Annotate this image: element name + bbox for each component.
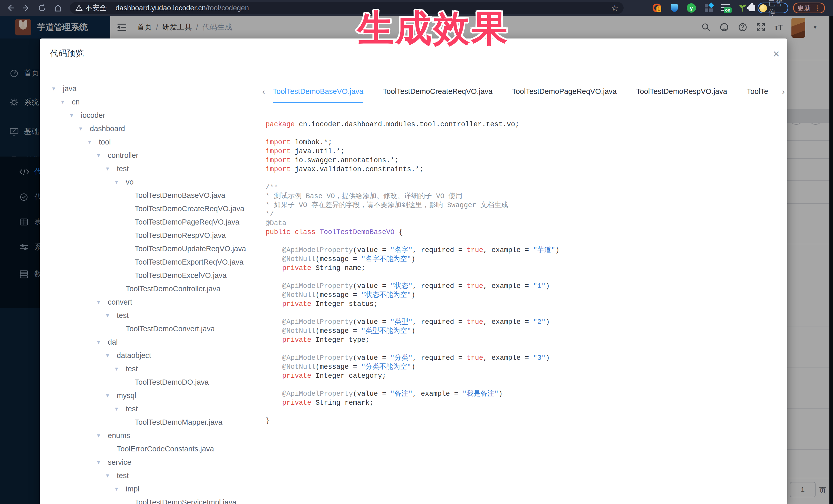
tree-node-label: service — [108, 458, 132, 466]
tree-file[interactable]: ToolTestDemoBaseVO.java — [50, 189, 260, 202]
file-tree: ▾java▾cn▾iocoder▾dashboard▾tool▾controll… — [50, 82, 260, 504]
tabs-scroll-right-icon[interactable]: › — [782, 79, 785, 103]
tree-file[interactable]: ToolTestDemoServiceImpl.java — [50, 496, 260, 504]
tree-expand-icon[interactable]: ▾ — [115, 178, 126, 186]
tree-expand-icon[interactable]: ▾ — [97, 152, 108, 159]
tree-file[interactable]: ToolTestDemoUpdateReqVO.java — [50, 242, 260, 255]
tree-expand-icon[interactable]: ▾ — [106, 392, 117, 399]
tree-expand-icon[interactable]: ▾ — [61, 98, 72, 105]
tree-folder[interactable]: ▾test — [50, 309, 260, 322]
extensions-puzzle-icon[interactable] — [746, 2, 758, 14]
tree-file[interactable]: ToolTestDemoExcelVO.java — [50, 269, 260, 282]
tree-folder[interactable]: ▾vo — [50, 175, 260, 189]
tree-expand-icon[interactable]: ▾ — [106, 352, 117, 359]
tree-file[interactable]: ToolTestDemoExportReqVO.java — [50, 255, 260, 269]
tree-folder[interactable]: ▾enums — [50, 429, 260, 442]
tree-folder[interactable]: ▾dataobject — [50, 349, 260, 362]
tree-folder[interactable]: ▾dashboard — [50, 122, 260, 135]
tree-node-label: dal — [108, 338, 118, 346]
url-host: dashboard.yudao.iocoder.cn — [116, 4, 206, 12]
tree-expand-icon[interactable]: ▾ — [97, 459, 108, 466]
chrome-update-button[interactable]: 更新 ⋮ — [793, 3, 825, 13]
extension-badge: on — [724, 7, 732, 13]
profile-avatar-icon — [759, 4, 767, 12]
tree-expand-icon[interactable]: ▾ — [88, 138, 99, 145]
tree-folder[interactable]: ▾java — [50, 82, 260, 95]
tree-expand-icon[interactable]: ▾ — [70, 112, 81, 119]
tree-node-label: ToolTestDemoRespVO.java — [135, 231, 226, 240]
close-icon[interactable]: × — [768, 46, 784, 62]
extension-grid-icon[interactable] — [703, 2, 714, 14]
reload-icon[interactable] — [37, 2, 48, 14]
extension-y-icon[interactable]: y — [686, 2, 697, 14]
forward-icon[interactable] — [21, 2, 32, 14]
tree-expand-icon[interactable]: ▾ — [115, 485, 126, 493]
warning-icon — [75, 4, 82, 11]
tree-folder[interactable]: ▾controller — [50, 149, 260, 162]
tree-folder[interactable]: ▾test — [50, 162, 260, 175]
annotation-text: 生成效果 — [357, 4, 509, 53]
tree-node-label: test — [117, 472, 129, 480]
tree-expand-icon[interactable]: ▾ — [106, 165, 117, 172]
site-security[interactable]: 不安全 — [70, 3, 107, 13]
tree-folder[interactable]: ▾dal — [50, 335, 260, 349]
tab-file[interactable]: ToolTestDemoBaseVO.java — [273, 79, 363, 103]
tree-expand-icon[interactable]: ▾ — [97, 432, 108, 439]
tree-node-label: ToolErrorCodeConstants.java — [117, 445, 214, 453]
tree-node-label: test — [126, 405, 138, 413]
extension-ubuntu-icon[interactable]: 1 — [651, 2, 663, 14]
tab-file[interactable]: ToolTe — [747, 79, 768, 103]
tree-file[interactable]: ToolTestDemoCreateReqVO.java — [50, 202, 260, 215]
tree-file[interactable]: ToolTestDemoMapper.java — [50, 415, 260, 429]
tree-node-label: mysql — [117, 391, 136, 400]
tree-expand-icon[interactable]: ▾ — [115, 365, 126, 373]
tree-expand-icon[interactable]: ▾ — [79, 125, 90, 132]
address-bar[interactable]: 不安全 dashboard.yudao.iocoder.cn/tool/code… — [70, 2, 624, 14]
tree-folder[interactable]: ▾tool — [50, 135, 260, 149]
profile-paused-chip[interactable]: 已暂停 — [758, 3, 788, 13]
tree-node-label: ToolTestDemoExcelVO.java — [135, 271, 227, 280]
tab-file[interactable]: ToolTestDemoRespVO.java — [636, 79, 727, 103]
omnibox-divider — [111, 4, 111, 11]
tab-file[interactable]: ToolTestDemoPageReqVO.java — [512, 79, 617, 103]
tree-node-label: ToolTestDemoConvert.java — [126, 325, 215, 333]
tree-node-label: controller — [108, 151, 138, 160]
tree-expand-icon[interactable]: ▾ — [115, 405, 126, 412]
tree-folder[interactable]: ▾impl — [50, 482, 260, 496]
browser-menu-icon[interactable]: ⋮ — [815, 6, 821, 9]
code-block: package cn.iocoder.dashboard.modules.too… — [266, 120, 560, 426]
tree-expand-icon[interactable]: ▾ — [106, 472, 117, 479]
tree-node-label: test — [126, 365, 138, 373]
tree-folder[interactable]: ▾iocoder — [50, 109, 260, 122]
tree-expand-icon[interactable]: ▾ — [52, 85, 63, 92]
tree-expand-icon[interactable]: ▾ — [97, 338, 108, 346]
security-label: 不安全 — [85, 3, 107, 13]
tree-node-label: ToolTestDemoPageReqVO.java — [135, 218, 239, 226]
tree-file[interactable]: ToolTestDemoRespVO.java — [50, 229, 260, 242]
tree-folder[interactable]: ▾service — [50, 456, 260, 469]
tree-file[interactable]: ToolErrorCodeConstants.java — [50, 442, 260, 456]
tree-expand-icon[interactable]: ▾ — [97, 298, 108, 306]
back-icon[interactable] — [5, 2, 16, 14]
tree-folder[interactable]: ▾mysql — [50, 389, 260, 402]
tabs-scroll-left-icon[interactable]: ‹ — [262, 79, 265, 103]
tree-folder[interactable]: ▾test — [50, 402, 260, 415]
tree-folder[interactable]: ▾convert — [50, 295, 260, 309]
tabs-bar: ‹ ToolTestDemoBaseVO.java ToolTestDemoCr… — [262, 79, 787, 103]
tree-node-label: ToolTestDemoDO.java — [135, 378, 209, 386]
home-icon[interactable] — [52, 2, 64, 14]
extension-gem-icon[interactable] — [669, 2, 680, 14]
tree-file[interactable]: ToolTestDemoDO.java — [50, 376, 260, 389]
tab-file[interactable]: ToolTestDemoCreateReqVO.java — [383, 79, 493, 103]
extension-list-icon[interactable]: on — [720, 2, 731, 14]
tree-file[interactable]: ToolTestDemoConvert.java — [50, 322, 260, 335]
tree-node-label: test — [117, 165, 129, 173]
tree-expand-icon[interactable]: ▾ — [106, 312, 117, 319]
bookmark-star-icon[interactable]: ☆ — [611, 3, 618, 13]
tree-folder[interactable]: ▾cn — [50, 95, 260, 109]
tree-file[interactable]: ToolTestDemoPageReqVO.java — [50, 215, 260, 229]
tree-file[interactable]: ToolTestDemoController.java — [50, 282, 260, 295]
tree-folder[interactable]: ▾test — [50, 469, 260, 482]
tree-folder[interactable]: ▾test — [50, 362, 260, 376]
tree-node-label: iocoder — [81, 111, 105, 120]
